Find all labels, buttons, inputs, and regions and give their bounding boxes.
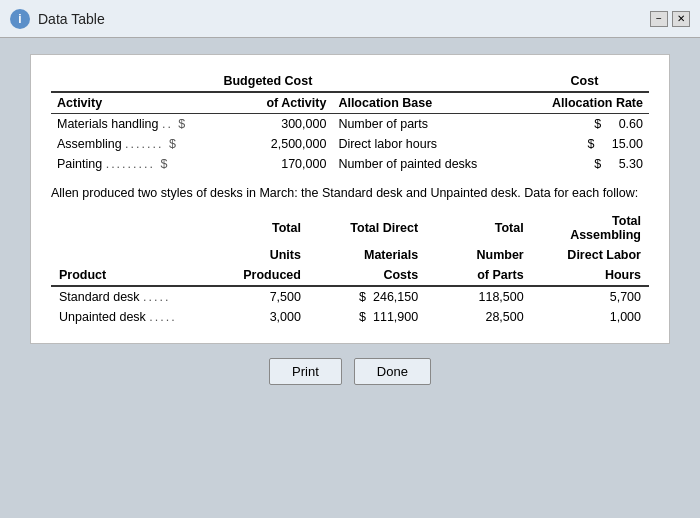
product-standard-units: 7,500 <box>203 286 309 307</box>
window-controls: − ✕ <box>650 11 690 27</box>
product-h1-col4: Total <box>426 211 532 245</box>
product-h1-col5: Total Assembling <box>532 211 649 245</box>
product-h3-col5: Hours <box>532 265 649 286</box>
budget-row-materials: Materials handling .. $ 300,000 Number o… <box>51 114 649 135</box>
product-standard-hours: 5,700 <box>532 286 649 307</box>
product-h2-col3: Materials <box>309 245 426 265</box>
close-button[interactable]: ✕ <box>672 11 690 27</box>
product-unpainted-units: 3,000 <box>203 307 309 327</box>
product-h1-col3: Total Direct <box>309 211 426 245</box>
done-button[interactable]: Done <box>354 358 431 385</box>
product-h1-col1 <box>51 211 203 245</box>
window-title: Data Table <box>38 11 105 27</box>
product-table: Total Total Direct Total Total Assemblin… <box>51 211 649 327</box>
rate-painting: $ 5.30 <box>520 154 649 174</box>
allocation-base-header: Allocation Base <box>332 92 520 114</box>
info-icon: i <box>10 9 30 29</box>
dots: ....... $ <box>125 137 178 151</box>
product-h1-col2: Total <box>203 211 309 245</box>
description-text: Allen produced two styles of desks in Ma… <box>51 184 649 203</box>
budgeted-cost-materials: 300,000 <box>203 114 332 135</box>
product-h3-col3: Costs <box>309 265 426 286</box>
product-header-row-2: Units Materials Number Direct Labor <box>51 245 649 265</box>
activity-painting: Painting ......... $ <box>51 154 203 174</box>
dots: .. $ <box>162 117 187 131</box>
product-h3-col1: Product <box>51 265 203 286</box>
product-row-standard: Standard desk ..... 7,500 $ 246,150 118,… <box>51 286 649 307</box>
product-standard-parts: 118,500 <box>426 286 532 307</box>
dots: ......... $ <box>106 157 170 171</box>
product-h2-col5: Direct Labor <box>532 245 649 265</box>
product-unpainted-hours: 1,000 <box>532 307 649 327</box>
dots: ..... <box>143 290 170 304</box>
budget-row-assembling: Assembling ....... $ 2,500,000 Direct la… <box>51 134 649 154</box>
product-row-unpainted: Unpainted desk ..... 3,000 $ 111,900 28,… <box>51 307 649 327</box>
main-content: Budgeted Cost Cost Activity of Activity … <box>0 38 700 518</box>
alloc-base-materials: Number of parts <box>332 114 520 135</box>
rate-assembling: $ 15.00 <box>520 134 649 154</box>
product-header-row-1: Total Total Direct Total Total Assemblin… <box>51 211 649 245</box>
budgeted-cost-painting: 170,000 <box>203 154 332 174</box>
activity-header: Activity <box>51 92 203 114</box>
product-h3-col4: of Parts <box>426 265 532 286</box>
product-unpainted-name: Unpainted desk ..... <box>51 307 203 327</box>
activity-assembling: Assembling ....... $ <box>51 134 203 154</box>
product-h3-col2: Produced <box>203 265 309 286</box>
budget-row-painting: Painting ......... $ 170,000 Number of p… <box>51 154 649 174</box>
product-h2-col4: Number <box>426 245 532 265</box>
budget-table: Budgeted Cost Cost Activity of Activity … <box>51 71 649 174</box>
title-bar: i Data Table − ✕ <box>0 0 700 38</box>
product-unpainted-parts: 28,500 <box>426 307 532 327</box>
data-table-container: Budgeted Cost Cost Activity of Activity … <box>30 54 670 344</box>
of-activity-header: of Activity <box>203 92 332 114</box>
product-h2-col1 <box>51 245 203 265</box>
product-standard-materials: $ 246,150 <box>309 286 426 307</box>
product-standard-name: Standard desk ..... <box>51 286 203 307</box>
product-h2-col2: Units <box>203 245 309 265</box>
dots: ..... <box>149 310 176 324</box>
print-button[interactable]: Print <box>269 358 342 385</box>
product-unpainted-materials: $ 111,900 <box>309 307 426 327</box>
alloc-base-assembling: Direct labor hours <box>332 134 520 154</box>
product-header-row-3: Product Produced Costs of Parts Hours <box>51 265 649 286</box>
budgeted-cost-assembling: 2,500,000 <box>203 134 332 154</box>
alloc-base-painting: Number of painted desks <box>332 154 520 174</box>
activity-materials: Materials handling .. $ <box>51 114 203 135</box>
minimize-button[interactable]: − <box>650 11 668 27</box>
cost-header: Cost <box>520 71 649 92</box>
buttons-row: Print Done <box>269 358 431 385</box>
budgeted-cost-header: Budgeted Cost <box>203 71 332 92</box>
allocation-rate-header: Allocation Rate <box>520 92 649 114</box>
rate-materials: $ 0.60 <box>520 114 649 135</box>
